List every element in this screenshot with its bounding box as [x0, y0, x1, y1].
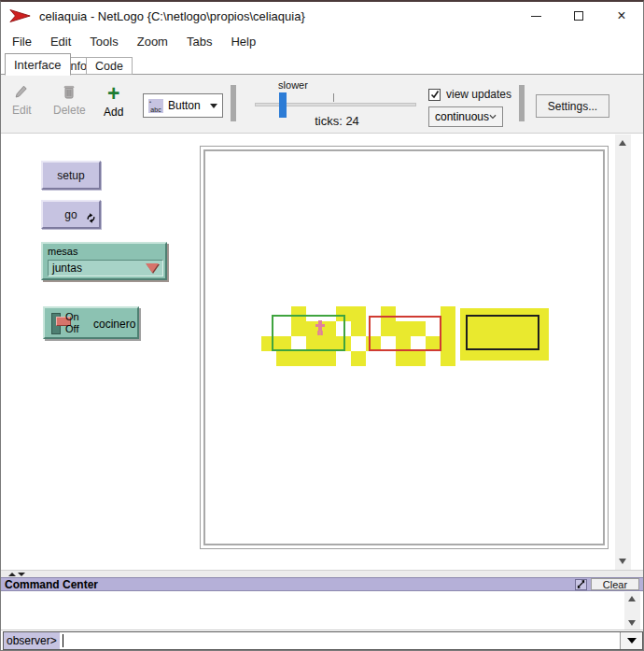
netlogo-window: celiaquia - NetLogo {C:\netlogo\propios\…	[0, 0, 644, 651]
view-updates-label: view updates	[446, 88, 511, 101]
command-input-row: observer>	[3, 631, 643, 650]
window-title: celiaquia - NetLogo {C:\netlogo\propios\…	[39, 9, 305, 23]
button-widget-icon: •abc	[148, 99, 163, 113]
speed-slider-center-tick	[333, 93, 334, 102]
mesa-outline	[369, 316, 441, 351]
switch-track[interactable]	[51, 313, 61, 334]
yellow-patch	[351, 351, 366, 366]
yellow-patch	[441, 306, 455, 321]
delete-widget-button[interactable]: Delete	[53, 84, 86, 117]
tab-interface[interactable]: Interface	[5, 53, 71, 76]
command-center-splitter[interactable]	[1, 570, 643, 577]
yellow-patch	[276, 351, 291, 366]
command-center-title: Command Center	[5, 578, 575, 591]
tab-bar: Interface Info Code	[1, 52, 643, 75]
interface-toolbar: Edit Delete + Add •abc Button slower	[1, 75, 643, 134]
chooser-label: mesas	[48, 246, 165, 257]
settings-button[interactable]: Settings...	[536, 94, 609, 118]
command-center-expand-button[interactable]	[575, 579, 587, 590]
command-center-header: Command Center Clear	[1, 577, 643, 591]
dropdown-arrow-icon	[627, 638, 637, 644]
menu-tools[interactable]: Tools	[80, 32, 127, 51]
scroll-down-arrow-icon[interactable]	[628, 620, 636, 626]
splitter-up-icon[interactable]	[8, 573, 16, 576]
ticks-counter: ticks: 24	[286, 114, 388, 128]
yellow-patch	[441, 336, 455, 351]
yellow-patch	[351, 306, 366, 321]
command-center-scrollbar[interactable]	[624, 592, 640, 630]
title-bar[interactable]: celiaquia - NetLogo {C:\netlogo\propios\…	[1, 2, 643, 30]
menu-file[interactable]: File	[3, 32, 41, 51]
speed-slider-group: slower ticks: 24	[248, 75, 426, 134]
person-turtle	[315, 320, 325, 335]
yellow-patch	[396, 351, 411, 366]
minimize-button[interactable]	[514, 2, 557, 30]
setup-button[interactable]: setup	[41, 161, 101, 190]
view-updates-checkbox[interactable]	[428, 89, 441, 101]
command-center-output[interactable]	[1, 591, 643, 630]
widget-type-value: Button	[168, 99, 210, 112]
scroll-up-arrow-icon[interactable]	[628, 596, 636, 601]
view-frame	[200, 146, 609, 549]
cocinero-switch[interactable]: On Off cocinero	[43, 306, 139, 339]
chooser-dropdown[interactable]: juntas	[48, 260, 163, 276]
chevron-down-icon	[489, 114, 497, 120]
close-button[interactable]: ×	[600, 2, 643, 30]
yellow-patch	[441, 351, 455, 366]
tab-code[interactable]: Code	[86, 57, 133, 75]
yellow-patch	[291, 351, 306, 366]
speed-label: slower	[265, 79, 321, 91]
switch-off-label: Off	[65, 323, 79, 335]
diagonal-arrows-icon	[577, 580, 585, 588]
edit-widget-button[interactable]: Edit	[12, 84, 32, 117]
add-label: Add	[104, 106, 123, 119]
command-history-button[interactable]	[620, 632, 642, 649]
scroll-up-arrow-icon[interactable]	[619, 140, 626, 146]
splitter-down-icon[interactable]	[18, 573, 25, 576]
interface-vertical-scrollbar[interactable]	[615, 134, 631, 570]
maximize-button[interactable]	[557, 2, 600, 30]
yellow-patch	[351, 321, 366, 336]
menu-edit[interactable]: Edit	[41, 32, 80, 51]
add-widget-button[interactable]: + Add	[104, 84, 123, 119]
edit-label: Edit	[12, 104, 32, 117]
netlogo-logo-icon	[9, 7, 32, 24]
chevron-down-icon	[210, 104, 217, 108]
yellow-patch	[306, 351, 321, 366]
menu-bar: File Edit Tools Zoom Tabs Help	[1, 30, 643, 52]
switch-name: cocinero	[93, 318, 135, 331]
setup-button-label: setup	[57, 169, 84, 182]
observer-prompt: observer>	[4, 632, 60, 649]
mesa-outline	[466, 315, 539, 350]
mesa-outline	[272, 315, 345, 351]
menu-help[interactable]: Help	[221, 32, 265, 51]
close-icon: ×	[617, 8, 625, 23]
forever-icon	[86, 213, 96, 223]
plus-icon: +	[107, 84, 119, 103]
checkmark-icon	[430, 90, 440, 99]
toolbar-separator	[519, 85, 525, 121]
toolbar-separator	[231, 85, 236, 121]
update-mode-value: continuous	[435, 110, 489, 123]
clear-button[interactable]: Clear	[591, 578, 639, 590]
switch-on-label: On	[65, 311, 79, 323]
dropdown-triangle-icon	[146, 263, 159, 273]
world-view[interactable]	[203, 149, 605, 545]
chooser-value: juntas	[52, 262, 82, 275]
yellow-patch	[441, 321, 455, 336]
yellow-patch	[321, 351, 336, 366]
text-caret	[63, 634, 63, 647]
menu-zoom[interactable]: Zoom	[128, 32, 177, 51]
scroll-down-arrow-icon[interactable]	[619, 559, 626, 564]
mesas-chooser[interactable]: mesas juntas	[41, 242, 167, 280]
yellow-patch	[411, 351, 426, 366]
maximize-icon	[574, 11, 583, 21]
pencil-icon	[14, 84, 29, 101]
update-mode-select[interactable]: continuous	[428, 106, 503, 127]
command-input[interactable]	[60, 632, 620, 649]
go-button-label: go	[64, 208, 77, 221]
go-button[interactable]: go	[41, 200, 101, 229]
widget-type-selector[interactable]: •abc Button	[143, 93, 223, 118]
menu-tabs[interactable]: Tabs	[177, 32, 221, 51]
switch-on-off-labels: On Off	[65, 311, 79, 335]
